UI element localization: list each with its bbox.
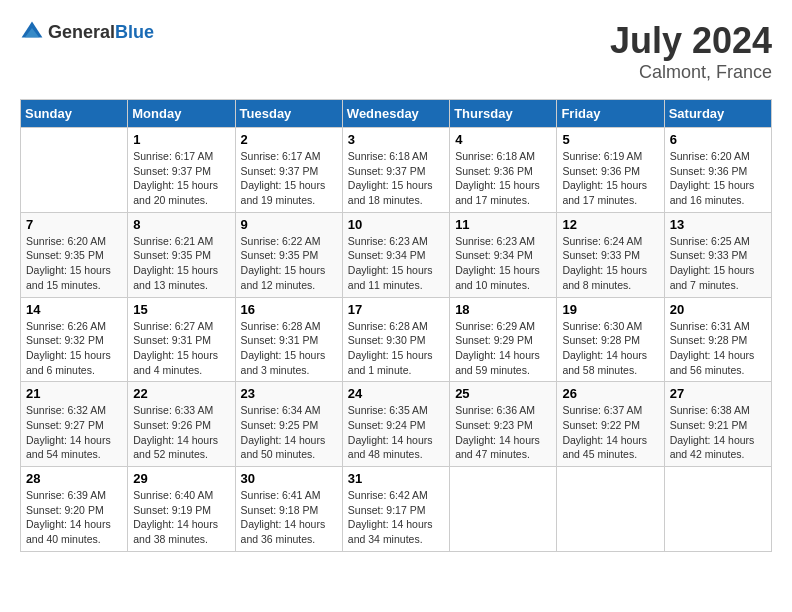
weekday-header: Saturday [664,100,771,128]
calendar-cell: 17Sunrise: 6:28 AM Sunset: 9:30 PM Dayli… [342,297,449,382]
calendar-cell: 30Sunrise: 6:41 AM Sunset: 9:18 PM Dayli… [235,467,342,552]
day-info: Sunrise: 6:42 AM Sunset: 9:17 PM Dayligh… [348,488,444,547]
day-number: 11 [455,217,551,232]
calendar-week-row: 14Sunrise: 6:26 AM Sunset: 9:32 PM Dayli… [21,297,772,382]
day-info: Sunrise: 6:33 AM Sunset: 9:26 PM Dayligh… [133,403,229,462]
calendar-cell: 29Sunrise: 6:40 AM Sunset: 9:19 PM Dayli… [128,467,235,552]
day-info: Sunrise: 6:22 AM Sunset: 9:35 PM Dayligh… [241,234,337,293]
calendar-header-row: SundayMondayTuesdayWednesdayThursdayFrid… [21,100,772,128]
calendar-cell [21,128,128,213]
day-info: Sunrise: 6:30 AM Sunset: 9:28 PM Dayligh… [562,319,658,378]
calendar-cell: 12Sunrise: 6:24 AM Sunset: 9:33 PM Dayli… [557,212,664,297]
calendar-cell: 21Sunrise: 6:32 AM Sunset: 9:27 PM Dayli… [21,382,128,467]
day-number: 26 [562,386,658,401]
calendar-cell: 11Sunrise: 6:23 AM Sunset: 9:34 PM Dayli… [450,212,557,297]
calendar-cell: 16Sunrise: 6:28 AM Sunset: 9:31 PM Dayli… [235,297,342,382]
day-info: Sunrise: 6:17 AM Sunset: 9:37 PM Dayligh… [241,149,337,208]
month-year: July 2024 [610,20,772,62]
weekday-header: Thursday [450,100,557,128]
day-info: Sunrise: 6:29 AM Sunset: 9:29 PM Dayligh… [455,319,551,378]
calendar-cell: 19Sunrise: 6:30 AM Sunset: 9:28 PM Dayli… [557,297,664,382]
day-number: 7 [26,217,122,232]
calendar-cell: 24Sunrise: 6:35 AM Sunset: 9:24 PM Dayli… [342,382,449,467]
logo-text: GeneralBlue [48,22,154,43]
calendar-cell [450,467,557,552]
weekday-header: Wednesday [342,100,449,128]
calendar-cell: 13Sunrise: 6:25 AM Sunset: 9:33 PM Dayli… [664,212,771,297]
day-info: Sunrise: 6:26 AM Sunset: 9:32 PM Dayligh… [26,319,122,378]
calendar-cell: 31Sunrise: 6:42 AM Sunset: 9:17 PM Dayli… [342,467,449,552]
day-number: 14 [26,302,122,317]
day-info: Sunrise: 6:25 AM Sunset: 9:33 PM Dayligh… [670,234,766,293]
calendar-cell: 15Sunrise: 6:27 AM Sunset: 9:31 PM Dayli… [128,297,235,382]
logo: GeneralBlue [20,20,154,44]
calendar-week-row: 21Sunrise: 6:32 AM Sunset: 9:27 PM Dayli… [21,382,772,467]
day-info: Sunrise: 6:19 AM Sunset: 9:36 PM Dayligh… [562,149,658,208]
day-info: Sunrise: 6:24 AM Sunset: 9:33 PM Dayligh… [562,234,658,293]
day-number: 2 [241,132,337,147]
title-block: July 2024 Calmont, France [610,20,772,83]
calendar-cell: 2Sunrise: 6:17 AM Sunset: 9:37 PM Daylig… [235,128,342,213]
day-number: 10 [348,217,444,232]
calendar-cell: 26Sunrise: 6:37 AM Sunset: 9:22 PM Dayli… [557,382,664,467]
day-number: 15 [133,302,229,317]
calendar-cell: 6Sunrise: 6:20 AM Sunset: 9:36 PM Daylig… [664,128,771,213]
day-number: 1 [133,132,229,147]
calendar-cell [664,467,771,552]
calendar-cell [557,467,664,552]
calendar-cell: 14Sunrise: 6:26 AM Sunset: 9:32 PM Dayli… [21,297,128,382]
day-number: 28 [26,471,122,486]
day-number: 18 [455,302,551,317]
day-info: Sunrise: 6:31 AM Sunset: 9:28 PM Dayligh… [670,319,766,378]
calendar-cell: 7Sunrise: 6:20 AM Sunset: 9:35 PM Daylig… [21,212,128,297]
day-number: 19 [562,302,658,317]
day-number: 3 [348,132,444,147]
day-info: Sunrise: 6:37 AM Sunset: 9:22 PM Dayligh… [562,403,658,462]
day-info: Sunrise: 6:39 AM Sunset: 9:20 PM Dayligh… [26,488,122,547]
logo-general: General [48,22,115,42]
weekday-header: Monday [128,100,235,128]
calendar-week-row: 28Sunrise: 6:39 AM Sunset: 9:20 PM Dayli… [21,467,772,552]
day-number: 24 [348,386,444,401]
day-number: 20 [670,302,766,317]
calendar-cell: 9Sunrise: 6:22 AM Sunset: 9:35 PM Daylig… [235,212,342,297]
day-info: Sunrise: 6:34 AM Sunset: 9:25 PM Dayligh… [241,403,337,462]
day-number: 8 [133,217,229,232]
weekday-header: Tuesday [235,100,342,128]
day-info: Sunrise: 6:20 AM Sunset: 9:36 PM Dayligh… [670,149,766,208]
calendar-cell: 23Sunrise: 6:34 AM Sunset: 9:25 PM Dayli… [235,382,342,467]
day-number: 30 [241,471,337,486]
calendar-cell: 18Sunrise: 6:29 AM Sunset: 9:29 PM Dayli… [450,297,557,382]
day-number: 23 [241,386,337,401]
calendar-cell: 3Sunrise: 6:18 AM Sunset: 9:37 PM Daylig… [342,128,449,213]
day-number: 29 [133,471,229,486]
day-info: Sunrise: 6:28 AM Sunset: 9:31 PM Dayligh… [241,319,337,378]
day-number: 9 [241,217,337,232]
day-number: 21 [26,386,122,401]
day-number: 17 [348,302,444,317]
weekday-header: Sunday [21,100,128,128]
day-number: 4 [455,132,551,147]
day-info: Sunrise: 6:21 AM Sunset: 9:35 PM Dayligh… [133,234,229,293]
day-number: 27 [670,386,766,401]
calendar-cell: 28Sunrise: 6:39 AM Sunset: 9:20 PM Dayli… [21,467,128,552]
day-info: Sunrise: 6:35 AM Sunset: 9:24 PM Dayligh… [348,403,444,462]
day-number: 31 [348,471,444,486]
day-number: 25 [455,386,551,401]
calendar-cell: 5Sunrise: 6:19 AM Sunset: 9:36 PM Daylig… [557,128,664,213]
calendar-cell: 4Sunrise: 6:18 AM Sunset: 9:36 PM Daylig… [450,128,557,213]
day-number: 12 [562,217,658,232]
calendar-cell: 10Sunrise: 6:23 AM Sunset: 9:34 PM Dayli… [342,212,449,297]
calendar-cell: 1Sunrise: 6:17 AM Sunset: 9:37 PM Daylig… [128,128,235,213]
day-info: Sunrise: 6:41 AM Sunset: 9:18 PM Dayligh… [241,488,337,547]
logo-icon [20,20,44,44]
day-number: 22 [133,386,229,401]
calendar-cell: 22Sunrise: 6:33 AM Sunset: 9:26 PM Dayli… [128,382,235,467]
calendar-cell: 25Sunrise: 6:36 AM Sunset: 9:23 PM Dayli… [450,382,557,467]
calendar-cell: 8Sunrise: 6:21 AM Sunset: 9:35 PM Daylig… [128,212,235,297]
location: Calmont, France [610,62,772,83]
day-info: Sunrise: 6:40 AM Sunset: 9:19 PM Dayligh… [133,488,229,547]
day-info: Sunrise: 6:27 AM Sunset: 9:31 PM Dayligh… [133,319,229,378]
calendar-week-row: 7Sunrise: 6:20 AM Sunset: 9:35 PM Daylig… [21,212,772,297]
day-number: 6 [670,132,766,147]
